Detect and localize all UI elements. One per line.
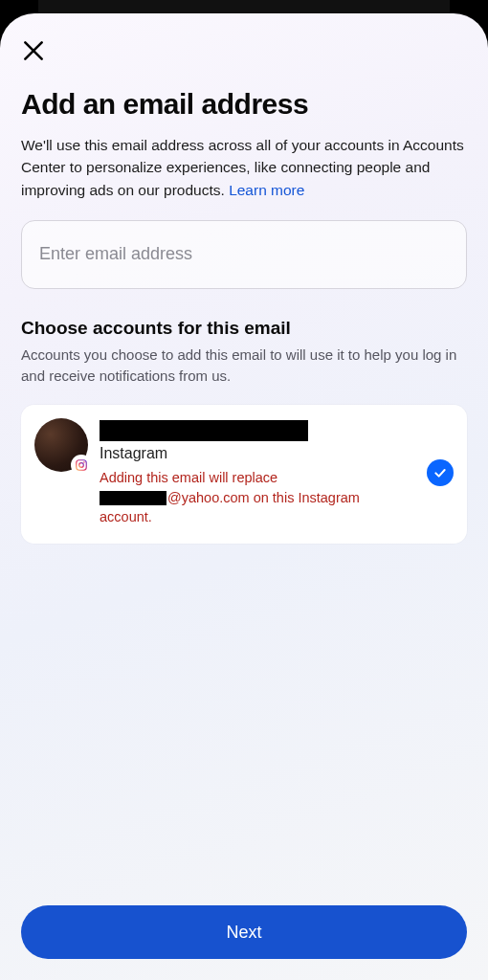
choose-accounts-heading: Choose accounts for this email xyxy=(21,318,467,339)
email-input[interactable] xyxy=(21,220,467,289)
account-warning: Adding this email will replace @yahoo.co… xyxy=(100,468,410,526)
account-username-redacted xyxy=(100,420,308,441)
account-avatar-wrap xyxy=(34,418,88,472)
learn-more-link[interactable]: Learn more xyxy=(229,182,304,198)
account-platform: Instagram xyxy=(100,445,410,462)
next-button[interactable]: Next xyxy=(21,905,467,959)
account-row[interactable]: Instagram Adding this email will replace… xyxy=(21,405,467,544)
choose-accounts-sub: Accounts you choose to add this email to… xyxy=(21,345,467,387)
page-subtitle: We'll use this email address across all … xyxy=(21,134,467,201)
close-button[interactable] xyxy=(21,38,46,63)
check-icon xyxy=(433,465,448,480)
instagram-icon xyxy=(75,458,88,472)
account-info: Instagram Adding this email will replace… xyxy=(100,418,410,526)
svg-point-3 xyxy=(79,463,84,468)
modal-sheet: Add an email address We'll use this emai… xyxy=(0,13,488,980)
close-icon xyxy=(21,38,46,63)
page-title: Add an email address xyxy=(21,88,467,121)
selected-check[interactable] xyxy=(427,459,454,486)
warning-prefix: Adding this email will replace xyxy=(100,470,277,485)
instagram-badge xyxy=(71,455,92,476)
svg-rect-2 xyxy=(77,460,87,471)
warning-email-redacted xyxy=(100,491,166,505)
svg-point-4 xyxy=(83,462,85,464)
